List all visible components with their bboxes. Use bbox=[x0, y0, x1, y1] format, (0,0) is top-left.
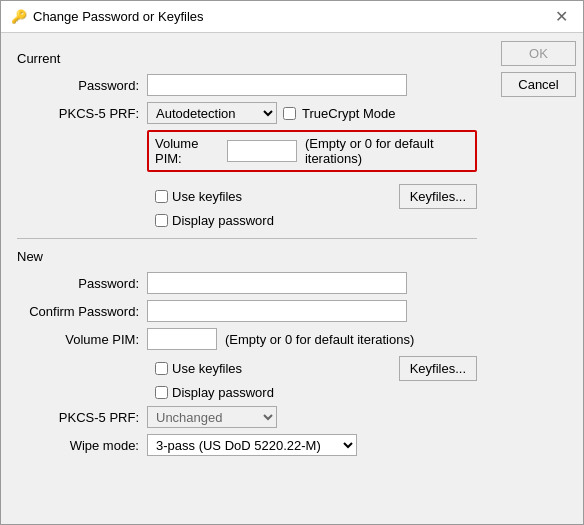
new-display-password-row: Display password bbox=[17, 385, 477, 400]
current-pim-wrapper: Volume PIM: (Empty or 0 for default iter… bbox=[17, 130, 477, 178]
current-pim-input[interactable] bbox=[227, 140, 297, 162]
new-pkcs-select[interactable]: Unchanged bbox=[147, 406, 277, 428]
new-keyfiles-button[interactable]: Keyfiles... bbox=[399, 356, 477, 381]
current-display-password-label[interactable]: Display password bbox=[155, 213, 274, 228]
new-use-keyfiles-label[interactable]: Use keyfiles bbox=[172, 361, 242, 376]
title-bar-left: 🔑 Change Password or Keyfiles bbox=[11, 9, 204, 25]
truecrypt-row: TrueCrypt Mode bbox=[283, 106, 395, 121]
confirm-password-input[interactable] bbox=[147, 300, 407, 322]
new-keyfiles-row: Use keyfiles Keyfiles... bbox=[17, 356, 477, 381]
current-keyfiles-row: Use keyfiles Keyfiles... bbox=[17, 184, 477, 209]
new-pkcs-row: PKCS-5 PRF: Unchanged bbox=[17, 406, 477, 428]
new-pim-hint: (Empty or 0 for default iterations) bbox=[225, 332, 414, 347]
current-password-input[interactable] bbox=[147, 74, 407, 96]
new-pkcs-label: PKCS-5 PRF: bbox=[17, 410, 147, 425]
dialog-body: Current Password: PKCS-5 PRF: Autodetect… bbox=[1, 33, 583, 524]
current-pkcs-label: PKCS-5 PRF: bbox=[17, 106, 147, 121]
new-pim-row: Volume PIM: (Empty or 0 for default iter… bbox=[17, 328, 477, 350]
window-icon: 🔑 bbox=[11, 9, 27, 25]
new-display-password-checkbox[interactable] bbox=[155, 386, 168, 399]
new-keyfiles-left: Use keyfiles bbox=[155, 361, 242, 376]
current-password-label: Password: bbox=[17, 78, 147, 93]
current-password-row: Password: bbox=[17, 74, 477, 96]
confirm-password-label: Confirm Password: bbox=[17, 304, 147, 319]
close-button[interactable]: ✕ bbox=[549, 5, 573, 29]
title-bar: 🔑 Change Password or Keyfiles ✕ bbox=[1, 1, 583, 33]
confirm-password-row: Confirm Password: bbox=[17, 300, 477, 322]
current-section-header: Current bbox=[17, 51, 477, 66]
new-password-input[interactable] bbox=[147, 272, 407, 294]
current-pim-hint: (Empty or 0 for default iterations) bbox=[305, 136, 469, 166]
wipe-mode-select[interactable]: 3-pass (US DoD 5220.22-M) bbox=[147, 434, 357, 456]
new-password-label: Password: bbox=[17, 276, 147, 291]
section-divider bbox=[17, 238, 477, 239]
wipe-mode-row: Wipe mode: 3-pass (US DoD 5220.22-M) bbox=[17, 434, 477, 456]
new-use-keyfiles-checkbox[interactable] bbox=[155, 362, 168, 375]
new-display-password-label[interactable]: Display password bbox=[155, 385, 274, 400]
current-keyfiles-left: Use keyfiles bbox=[155, 189, 242, 204]
wipe-mode-label: Wipe mode: bbox=[17, 438, 147, 453]
side-buttons: OK Cancel bbox=[493, 33, 583, 524]
new-password-row: Password: bbox=[17, 272, 477, 294]
current-keyfiles-button[interactable]: Keyfiles... bbox=[399, 184, 477, 209]
current-display-password-row: Display password bbox=[17, 213, 477, 228]
new-section-header: New bbox=[17, 249, 477, 264]
current-display-password-checkbox[interactable] bbox=[155, 214, 168, 227]
ok-button[interactable]: OK bbox=[501, 41, 576, 66]
new-pim-label: Volume PIM: bbox=[17, 332, 147, 347]
truecrypt-label[interactable]: TrueCrypt Mode bbox=[302, 106, 395, 121]
current-pkcs-select[interactable]: Autodetection bbox=[147, 102, 277, 124]
new-pim-input[interactable] bbox=[147, 328, 217, 350]
main-content: Current Password: PKCS-5 PRF: Autodetect… bbox=[1, 33, 493, 524]
current-pim-label: Volume PIM: bbox=[155, 136, 219, 166]
window-title: Change Password or Keyfiles bbox=[33, 9, 204, 24]
dialog-window: 🔑 Change Password or Keyfiles ✕ Current … bbox=[0, 0, 584, 525]
truecrypt-checkbox[interactable] bbox=[283, 107, 296, 120]
current-pkcs-row: PKCS-5 PRF: Autodetection TrueCrypt Mode bbox=[17, 102, 477, 124]
current-use-keyfiles-label[interactable]: Use keyfiles bbox=[172, 189, 242, 204]
cancel-button[interactable]: Cancel bbox=[501, 72, 576, 97]
current-pim-highlight-box: Volume PIM: (Empty or 0 for default iter… bbox=[147, 130, 477, 172]
current-use-keyfiles-checkbox[interactable] bbox=[155, 190, 168, 203]
